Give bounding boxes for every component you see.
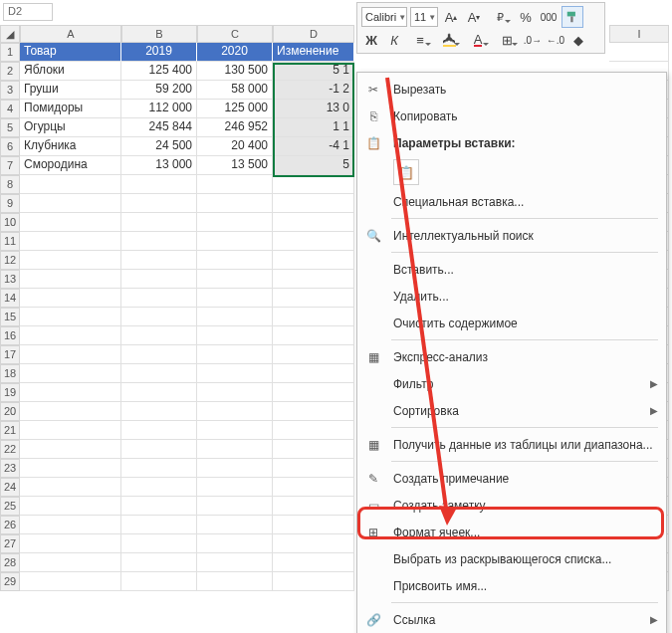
ctx-new-note[interactable]: ▭ Создать заметку [357,492,666,519]
cell[interactable]: 125 000 [197,100,273,118]
cell[interactable] [121,534,197,553]
cell[interactable]: 20 400 [197,137,273,156]
row-header[interactable]: 3 [0,81,20,100]
cell[interactable]: 245 844 [121,118,197,137]
cell[interactable] [121,516,197,534]
name-box[interactable]: D2 [3,3,53,21]
font-size-select[interactable]: 11 ▼ [410,7,438,27]
cell[interactable] [121,345,197,364]
cell[interactable] [20,270,121,289]
cell[interactable] [20,553,121,572]
row-header[interactable]: 28 [0,553,20,572]
accounting-format-icon[interactable]: ₽ [487,7,513,27]
row-header[interactable]: 15 [0,308,20,326]
cell[interactable] [197,497,273,516]
cell[interactable] [20,175,121,194]
cell[interactable] [121,270,197,289]
row-header[interactable]: 5 [0,118,20,137]
cell[interactable] [121,213,197,232]
cell[interactable] [20,289,121,308]
cell[interactable] [20,497,121,516]
cell[interactable] [197,440,273,459]
cell[interactable] [121,289,197,308]
cell[interactable] [273,232,354,251]
cell[interactable] [197,213,273,232]
row-header[interactable]: 12 [0,251,20,270]
row-header[interactable]: 23 [0,459,20,478]
cell[interactable]: 13 500 [197,156,273,175]
decrease-font-icon[interactable]: A▾ [464,7,484,27]
cell[interactable] [273,270,354,289]
cell[interactable] [273,553,354,572]
ctx-quick-analysis[interactable]: ▦ Экспресс-анализ [357,343,666,370]
cell[interactable] [197,516,273,534]
cell[interactable] [273,459,354,478]
cell[interactable] [20,572,121,591]
row-header[interactable]: 26 [0,516,20,534]
ctx-new-comment[interactable]: ✎ Создать примечание [357,465,666,492]
row-header[interactable]: 18 [0,364,20,383]
ctx-get-data[interactable]: ▦ Получить данные из таблицы или диапазо… [357,431,666,458]
cell[interactable]: 246 952 [197,118,273,137]
cell[interactable] [20,213,121,232]
cell[interactable]: Изменение [273,43,354,62]
col-header-d[interactable]: D [273,25,354,43]
cell[interactable] [197,383,273,402]
cell[interactable] [20,383,121,402]
percent-format-icon[interactable]: % [516,7,536,27]
cell[interactable]: Огурцы [20,118,121,137]
cell[interactable] [121,232,197,251]
cell[interactable] [273,534,354,553]
row-header[interactable]: 11 [0,232,20,251]
cell[interactable] [197,553,273,572]
cell[interactable] [273,345,354,364]
cell[interactable]: 2020 [197,43,273,62]
ctx-copy[interactable]: ⎘ Копировать [357,103,666,129]
ctx-filter[interactable]: Фильтр ▶ [357,370,666,397]
increase-font-icon[interactable]: A▴ [441,7,461,27]
ctx-clear[interactable]: Очистить содержимое [357,310,666,336]
cell[interactable] [273,364,354,383]
cell[interactable] [20,251,121,270]
cell[interactable] [273,326,354,345]
cell[interactable] [273,251,354,270]
cell[interactable] [20,402,121,421]
cell[interactable] [20,478,121,497]
cell[interactable] [121,572,197,591]
cell[interactable] [20,345,121,364]
cell[interactable] [273,194,354,213]
cell[interactable] [197,345,273,364]
row-header[interactable]: 25 [0,497,20,516]
row-header[interactable]: 29 [0,572,20,591]
row-header[interactable]: 17 [0,345,20,364]
cell[interactable] [121,440,197,459]
ctx-link[interactable]: 🔗 Ссылка ▶ [357,606,666,633]
ctx-smart-lookup[interactable]: 🔍 Интеллектуальный поиск [357,222,666,249]
ctx-sort[interactable]: Сортировка ▶ [357,397,666,424]
row-header[interactable]: 9 [0,194,20,213]
row-header[interactable]: 1 [0,43,20,62]
cell[interactable] [197,175,273,194]
cell[interactable] [197,326,273,345]
cell[interactable] [20,516,121,534]
cell[interactable] [121,251,197,270]
ctx-paste-special[interactable]: Специальная вставка... [357,188,666,215]
cell[interactable] [20,421,121,440]
row-header[interactable]: 10 [0,213,20,232]
row-header[interactable]: 4 [0,100,20,118]
cell[interactable] [273,308,354,326]
cell[interactable] [20,534,121,553]
cell[interactable] [20,194,121,213]
cell[interactable] [121,326,197,345]
cell[interactable]: Клубника [20,137,121,156]
ctx-format-cells[interactable]: ⊞ Формат ячеек... [357,519,666,545]
cell[interactable] [197,478,273,497]
cell[interactable] [273,516,354,534]
row-header[interactable]: 21 [0,421,20,440]
cell[interactable] [273,572,354,591]
cell[interactable]: 1 1 [273,118,354,137]
row-header[interactable]: 13 [0,270,20,289]
ctx-insert[interactable]: Вставить... [357,256,666,283]
cell[interactable] [20,364,121,383]
cell[interactable]: 112 000 [121,100,197,118]
